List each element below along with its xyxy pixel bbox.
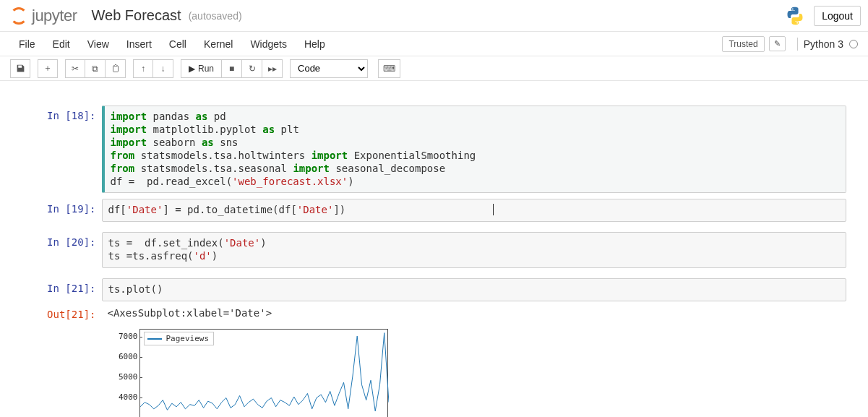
- text-cursor-icon: [493, 204, 494, 215]
- menu-file[interactable]: File: [10, 34, 44, 54]
- menu-edit[interactable]: Edit: [44, 34, 79, 54]
- prompt-in: In [18]:: [22, 106, 102, 193]
- refresh-icon: ↻: [249, 64, 256, 74]
- cell-type-select[interactable]: Code: [290, 59, 368, 78]
- plus-icon: ＋: [43, 62, 52, 74]
- restart-button[interactable]: ↻: [242, 59, 262, 78]
- fast-forward-icon: ▸▸: [268, 64, 277, 74]
- code-cell[interactable]: In [18]: import pandas as pd import matp…: [22, 106, 846, 193]
- menubar: File Edit View Insert Cell Kernel Widget…: [0, 32, 868, 56]
- jupyter-brand-text: jupyter: [32, 7, 77, 25]
- code-text[interactable]: ts = df.set_index('Date') ts =ts.asfreq(…: [108, 237, 840, 263]
- jupyter-swirl-icon: [9, 6, 29, 26]
- clipboard-icon: 📋︎: [111, 64, 120, 74]
- pageviews-chart: 7000 6000 5000 4000 Pageviews: [108, 326, 390, 417]
- notebook-title[interactable]: Web Forecast: [92, 7, 181, 24]
- menu-cell[interactable]: Cell: [160, 34, 195, 54]
- arrow-up-icon: ↑: [141, 64, 145, 74]
- jupyter-logo[interactable]: jupyter: [9, 6, 77, 26]
- kernel-name[interactable]: Python 3: [804, 38, 843, 50]
- autosave-status: (autosaved): [189, 10, 242, 22]
- floppy-icon: [16, 64, 25, 73]
- plot-output: 7000 6000 5000 4000 Pageviews: [22, 324, 846, 417]
- menu-insert[interactable]: Insert: [118, 34, 160, 54]
- code-text[interactable]: ts.plot(): [108, 283, 840, 296]
- ytick-label: 4000: [113, 392, 138, 402]
- scissors-icon: ✂: [72, 64, 79, 74]
- paste-button[interactable]: 📋︎: [106, 59, 126, 78]
- menu-view[interactable]: View: [79, 34, 118, 54]
- arrow-down-icon: ↓: [161, 64, 166, 74]
- code-input[interactable]: import pandas as pd import matplotlib.py…: [102, 106, 846, 193]
- restart-run-all-button[interactable]: ▸▸: [262, 59, 283, 78]
- output-text: <AxesSubplot:xlabel='Date'>: [102, 304, 846, 322]
- output-row: Out[21]: <AxesSubplot:xlabel='Date'>: [22, 304, 846, 322]
- ytick-label: 5000: [113, 372, 138, 382]
- notebook-container: In [18]: import pandas as pd import matp…: [0, 81, 868, 417]
- code-input[interactable]: ts = df.set_index('Date') ts =ts.asfreq(…: [102, 232, 846, 268]
- stop-icon: ■: [229, 64, 234, 74]
- copy-icon: ⧉: [92, 64, 98, 74]
- menu-kernel[interactable]: Kernel: [195, 34, 241, 54]
- edit-mode-indicator: ✎: [769, 36, 786, 51]
- logout-button[interactable]: Logout: [814, 6, 861, 26]
- ytick-label: 7000: [113, 332, 138, 341]
- cut-button[interactable]: ✂: [65, 59, 85, 78]
- toolbar: ＋ ✂ ⧉ 📋︎ ↑ ↓ ▶Run ■ ↻ ▸▸ Code ⌨: [0, 56, 868, 81]
- prompt-in: In [20]:: [22, 232, 102, 268]
- command-palette-button[interactable]: ⌨: [378, 59, 400, 78]
- code-cell[interactable]: In [21]: ts.plot(): [22, 278, 846, 301]
- kernel-idle-icon: [849, 40, 858, 48]
- prompt-out: Out[21]:: [22, 304, 102, 322]
- code-input[interactable]: ts.plot(): [102, 278, 846, 301]
- save-button[interactable]: [10, 59, 30, 78]
- legend-swatch-icon: [147, 338, 162, 340]
- code-cell[interactable]: In [20]: ts = df.set_index('Date') ts =t…: [22, 232, 846, 268]
- legend-label: Pageviews: [166, 334, 210, 343]
- code-input[interactable]: df['Date'] = pd.to_datetime(df['Date']): [102, 199, 846, 222]
- code-text[interactable]: df['Date'] = pd.to_datetime(df['Date']): [108, 204, 840, 217]
- code-text[interactable]: import pandas as pd import matplotlib.py…: [111, 111, 840, 188]
- play-icon: ▶: [189, 64, 195, 74]
- insert-cell-button[interactable]: ＋: [38, 59, 58, 78]
- chart-legend: Pageviews: [144, 332, 215, 345]
- keyboard-icon: ⌨: [383, 64, 395, 74]
- separator-icon: [797, 38, 798, 51]
- interrupt-button[interactable]: ■: [222, 59, 242, 78]
- run-button[interactable]: ▶Run: [181, 59, 222, 78]
- prompt-in: In [21]:: [22, 278, 102, 301]
- move-down-button[interactable]: ↓: [153, 59, 173, 78]
- menu-help[interactable]: Help: [296, 34, 334, 54]
- ytick-label: 6000: [113, 352, 138, 361]
- header: jupyter Web Forecast (autosaved) Logout: [0, 0, 868, 32]
- code-cell[interactable]: In [19]: df['Date'] = pd.to_datetime(df[…: [22, 199, 846, 222]
- move-up-button[interactable]: ↑: [133, 59, 153, 78]
- copy-button[interactable]: ⧉: [85, 59, 106, 78]
- trusted-indicator[interactable]: Trusted: [722, 36, 764, 52]
- run-label: Run: [198, 64, 214, 74]
- menu-widgets[interactable]: Widgets: [241, 34, 296, 54]
- prompt-in: In [19]:: [22, 199, 102, 222]
- python-logo-icon: [785, 6, 805, 26]
